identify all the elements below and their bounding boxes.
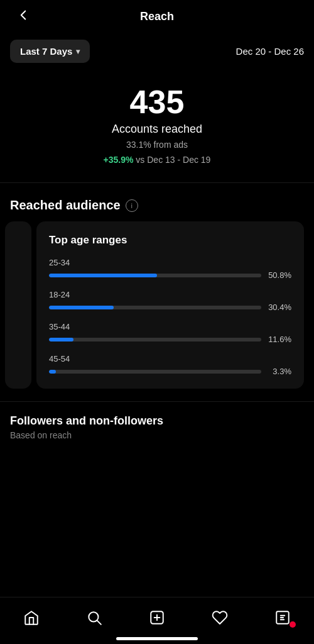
followers-title: Followers and non-followers [10,414,304,428]
card-hint-left [5,221,31,389]
search-icon [86,609,102,626]
reached-audience-header: Reached audience i [0,183,314,221]
cards-container: Top age ranges 25-34 50.8% 18-24 30.4 [0,221,314,401]
age-row-3: 45-54 3.3% [49,354,291,376]
nav-home[interactable] [16,605,47,630]
heart-icon [212,609,228,626]
create-icon [149,609,165,626]
home-icon [23,609,40,626]
bar-pct-3: 3.3% [268,367,291,376]
period-label: Last 7 Days [20,46,72,57]
stats-section: 435 Accounts reached 33.1% from ads +35.… [0,72,314,183]
activity-badge [290,621,296,628]
age-row-1: 18-24 30.4% [49,290,291,312]
bar-fill-2 [49,338,73,341]
followers-subtitle: Based on reach [10,430,304,440]
page-title: Reach [140,10,174,23]
age-row-2: 35-44 11.6% [49,322,291,344]
nav-activity[interactable] [267,605,298,630]
bar-pct-1: 30.4% [268,303,291,312]
activity-icon [274,609,291,626]
info-icon[interactable]: i [126,199,138,212]
chevron-down-icon: ▾ [76,47,80,56]
ads-percentage: 33.1% from ads [10,140,304,150]
comparison-positive: +35.9% [104,155,134,165]
nav-create[interactable] [141,605,173,630]
bar-fill-3 [49,370,56,374]
filter-row: Last 7 Days ▾ Dec 20 - Dec 26 [0,33,314,72]
bar-pct-0: 50.8% [268,270,291,280]
nav-search[interactable] [78,605,110,630]
bar-pct-2: 11.6% [268,335,291,344]
bar-fill-0 [49,274,157,277]
back-icon [15,7,31,23]
bar-fill-1 [49,306,114,309]
age-card-title: Top age ranges [49,234,291,247]
main-number: 435 [10,84,304,120]
home-indicator [116,637,198,640]
header: Reach [0,0,314,33]
date-range-text: Dec 20 - Dec 26 [236,46,304,57]
date-filter-button[interactable]: Last 7 Days ▾ [10,40,90,63]
followers-section: Followers and non-followers Based on rea… [0,402,314,450]
age-label-3: 45-54 [49,354,291,364]
bar-track-2 [49,338,261,341]
bar-track-0 [49,274,261,277]
age-row-0: 25-34 50.8% [49,258,291,280]
age-label-1: 18-24 [49,290,291,299]
back-button[interactable] [10,4,36,30]
age-label-0: 25-34 [49,258,291,267]
svg-line-1 [97,621,101,625]
accounts-reached-label: Accounts reached [10,123,304,136]
bar-track-1 [49,306,261,309]
comparison-text: +35.9% vs Dec 13 - Dec 19 [10,155,304,165]
comparison-suffix: vs Dec 13 - Dec 19 [136,155,210,165]
age-card: Top age ranges 25-34 50.8% 18-24 30.4 [36,221,304,389]
nav-likes[interactable] [204,605,236,630]
age-label-2: 35-44 [49,322,291,331]
bar-track-3 [49,370,261,374]
reached-audience-title: Reached audience [10,198,121,213]
